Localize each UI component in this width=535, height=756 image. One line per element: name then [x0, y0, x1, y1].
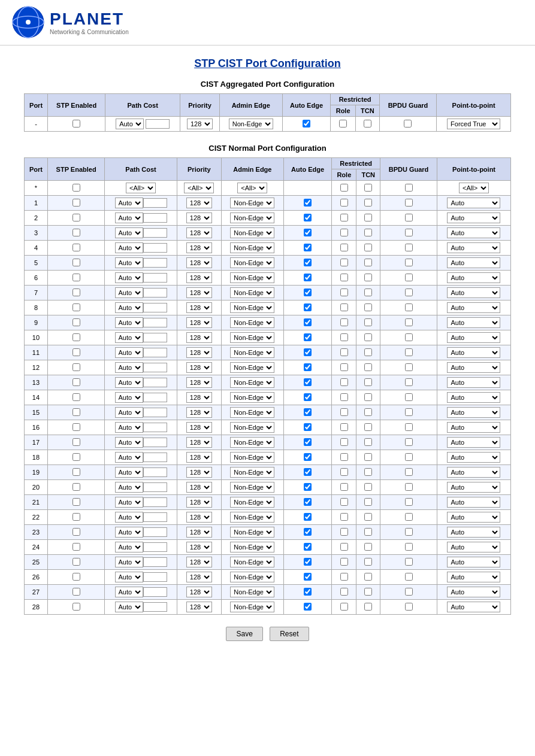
priority-select[interactable]: 128 [186, 437, 212, 448]
restricted-role-checkbox[interactable] [340, 408, 348, 416]
row-priority[interactable]: 128 [177, 286, 221, 300]
bpdu-guard-checkbox[interactable] [405, 303, 413, 311]
row-restricted-tcn[interactable] [356, 420, 380, 435]
row-restricted-tcn[interactable] [356, 585, 380, 600]
row-restricted-role[interactable] [332, 241, 356, 256]
row-restricted-tcn[interactable] [356, 286, 380, 300]
stp-checkbox[interactable] [72, 214, 80, 221]
admin-edge-select[interactable]: Non-EdgeEdgeAuto [230, 302, 274, 313]
row-p2p[interactable]: AutoForced TrueForced False [437, 570, 510, 585]
row-admin-edge[interactable]: Non-EdgeEdgeAuto [221, 286, 283, 300]
admin-edge-select[interactable]: Non-EdgeEdgeAuto [230, 527, 274, 538]
path-cost-select[interactable]: Auto [115, 467, 143, 478]
row-bpdu-guard[interactable] [380, 465, 437, 480]
priority-select[interactable]: 128 [186, 527, 212, 538]
agg-restricted-role-checkbox[interactable] [339, 120, 347, 127]
path-cost-input[interactable] [143, 467, 167, 477]
row-bpdu-guard[interactable] [380, 241, 437, 256]
row-stp-enabled[interactable] [47, 211, 104, 226]
auto-edge-checkbox[interactable] [304, 393, 312, 401]
bpdu-guard-checkbox[interactable] [405, 513, 413, 521]
row-stp-enabled[interactable] [47, 181, 104, 196]
row-auto-edge[interactable] [283, 375, 331, 390]
path-cost-select[interactable]: Auto [115, 272, 143, 283]
p2p-select[interactable]: AutoForced TrueForced False [447, 452, 500, 463]
row-restricted-tcn[interactable] [356, 450, 380, 465]
row-admin-edge[interactable]: Non-EdgeEdgeAuto [221, 405, 283, 420]
row-path-cost[interactable]: Auto [105, 256, 177, 271]
stp-checkbox[interactable] [72, 558, 80, 566]
row-p2p[interactable]: AutoForced TrueForced False [437, 405, 510, 420]
auto-edge-checkbox[interactable] [304, 528, 312, 536]
agg-priority[interactable]: 128 [180, 117, 220, 132]
admin-edge-select[interactable]: Non-EdgeEdgeAuto [230, 347, 274, 358]
path-cost-input[interactable] [143, 587, 167, 597]
row-priority[interactable]: 128 [177, 315, 221, 330]
agg-auto-edge-checkbox[interactable] [303, 120, 310, 127]
row-restricted-role[interactable] [332, 330, 356, 345]
row-restricted-tcn[interactable] [356, 465, 380, 480]
path-cost-input[interactable] [143, 198, 167, 208]
row-stp-enabled[interactable] [47, 420, 104, 435]
restricted-role-checkbox[interactable] [340, 438, 348, 446]
admin-edge-select[interactable]: Non-EdgeEdgeAuto [230, 467, 274, 478]
row-restricted-tcn[interactable] [356, 271, 380, 286]
row-stp-enabled[interactable] [47, 540, 104, 555]
path-cost-input[interactable] [143, 393, 167, 402]
row-admin-edge[interactable]: Non-EdgeEdgeAuto [221, 555, 283, 570]
row-p2p[interactable]: AutoForced TrueForced False [437, 435, 510, 450]
row-path-cost[interactable]: Auto [105, 330, 177, 345]
path-cost-input[interactable] [143, 363, 167, 372]
row-path-cost[interactable]: Auto [105, 390, 177, 405]
row-p2p[interactable]: AutoForced TrueForced False [437, 600, 510, 615]
row-restricted-tcn[interactable] [356, 226, 380, 241]
row-path-cost[interactable]: <All> [105, 181, 177, 196]
restricted-role-checkbox[interactable] [340, 588, 348, 596]
row-bpdu-guard[interactable] [380, 256, 437, 271]
row-path-cost[interactable]: Auto [105, 300, 177, 315]
restricted-tcn-checkbox[interactable] [364, 588, 372, 596]
bpdu-guard-checkbox[interactable] [405, 423, 413, 431]
row-p2p[interactable]: AutoForced TrueForced False [437, 375, 510, 390]
path-cost-input[interactable] [143, 423, 167, 432]
row-restricted-role[interactable] [332, 480, 356, 495]
restricted-role-checkbox[interactable] [340, 274, 348, 281]
path-cost-select[interactable]: Auto [115, 557, 143, 567]
row-path-cost[interactable]: Auto [105, 540, 177, 555]
row-bpdu-guard[interactable] [380, 480, 437, 495]
path-cost-select[interactable]: Auto [115, 257, 143, 268]
row-admin-edge[interactable]: Non-EdgeEdgeAuto [221, 585, 283, 600]
stp-checkbox[interactable] [72, 408, 80, 416]
agg-p2p-select[interactable]: Forced True Auto Forced False [447, 119, 500, 129]
row-p2p[interactable]: AutoForced TrueForced False [437, 525, 510, 540]
restricted-role-checkbox[interactable] [340, 468, 348, 476]
agg-bpdu-guard[interactable] [379, 117, 436, 132]
row-restricted-role[interactable] [332, 271, 356, 286]
row-stp-enabled[interactable] [47, 315, 104, 330]
p2p-select[interactable]: AutoForced TrueForced False [447, 572, 500, 582]
stp-checkbox[interactable] [72, 393, 80, 401]
path-cost-select[interactable]: Auto [115, 302, 143, 313]
restricted-role-checkbox[interactable] [340, 289, 348, 296]
row-restricted-tcn[interactable] [356, 375, 380, 390]
bpdu-guard-checkbox[interactable] [405, 408, 413, 416]
row-path-cost[interactable]: Auto [105, 196, 177, 211]
stp-checkbox[interactable] [72, 184, 80, 192]
row-stp-enabled[interactable] [47, 570, 104, 585]
bpdu-guard-checkbox[interactable] [405, 468, 413, 476]
row-restricted-role[interactable] [332, 196, 356, 211]
row-p2p[interactable]: AutoForced TrueForced False [437, 465, 510, 480]
row-admin-edge[interactable]: Non-EdgeEdgeAuto [221, 300, 283, 315]
p2p-select[interactable]: AutoForced TrueForced False [447, 377, 500, 388]
row-stp-enabled[interactable] [47, 286, 104, 300]
path-cost-select[interactable]: Auto [115, 317, 143, 328]
restricted-role-checkbox[interactable] [340, 363, 348, 371]
admin-edge-select[interactable]: Non-EdgeEdgeAuto [230, 212, 274, 223]
restricted-role-checkbox[interactable] [340, 378, 348, 386]
row-bpdu-guard[interactable] [380, 226, 437, 241]
row-auto-edge[interactable] [283, 420, 331, 435]
path-cost-input[interactable] [143, 482, 167, 492]
row-priority[interactable]: 128 [177, 226, 221, 241]
row-priority[interactable]: 128 [177, 345, 221, 360]
bpdu-guard-checkbox[interactable] [405, 289, 413, 296]
